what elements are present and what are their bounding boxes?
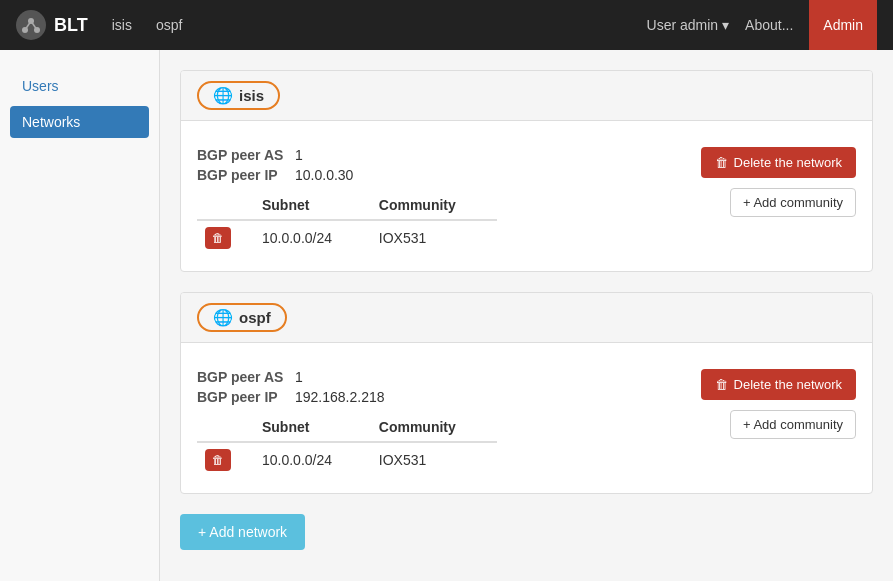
table-area-isis: BGP peer AS 1 BGP peer IP 10.0.0.30 S	[197, 147, 681, 255]
globe-icon-ospf: 🌐	[213, 308, 233, 327]
bgp-peer-as-value-isis: 1	[295, 147, 303, 163]
subnet-table-ospf: Subnet Community 🗑 10.0.0.0/24	[197, 413, 497, 477]
sidebar-item-networks[interactable]: Networks	[10, 106, 149, 138]
table-row: 🗑 10.0.0.0/24 IOX531	[197, 220, 497, 255]
sidebar: Users Networks	[0, 50, 160, 581]
network-name-isis: isis	[239, 87, 264, 104]
delete-network-label-isis: Delete the network	[734, 155, 842, 170]
globe-icon-isis: 🌐	[213, 86, 233, 105]
card-actions-isis: BGP peer AS 1 BGP peer IP 10.0.0.30 S	[197, 147, 856, 255]
row-community-isis-0: IOX531	[371, 220, 497, 255]
navbar-brand: BLT	[16, 10, 88, 40]
trash-icon-isis: 🗑	[715, 155, 728, 170]
row-subnet-ospf-0: 10.0.0.0/24	[254, 442, 371, 477]
brand-logo	[16, 10, 46, 40]
network-card-ospf: 🌐 ospf BGP peer AS 1 BGP peer IP 192.168…	[180, 292, 873, 494]
col-community-ospf: Community	[371, 413, 497, 442]
svg-line-3	[25, 21, 31, 30]
navbar-right: User admin ▾ About... Admin	[647, 0, 877, 50]
delete-network-button-isis[interactable]: 🗑 Delete the network	[701, 147, 856, 178]
subnet-table-header-ospf: Subnet Community	[197, 413, 497, 442]
delete-row-button-ospf-0[interactable]: 🗑	[205, 449, 231, 471]
card-actions-ospf: BGP peer AS 1 BGP peer IP 192.168.2.218	[197, 369, 856, 477]
nav-link-isis[interactable]: isis	[108, 17, 136, 33]
row-delete-ospf-0: 🗑	[197, 442, 254, 477]
bgp-peer-as-row-isis: BGP peer AS 1	[197, 147, 681, 163]
svg-line-4	[31, 21, 37, 30]
bgp-peer-ip-row-ospf: BGP peer IP 192.168.2.218	[197, 389, 681, 405]
col-subnet-isis: Subnet	[254, 191, 371, 220]
delete-row-button-isis-0[interactable]: 🗑	[205, 227, 231, 249]
trash-icon-ospf: 🗑	[715, 377, 728, 392]
nav-link-ospf[interactable]: ospf	[152, 17, 186, 33]
col-delete-ospf	[197, 413, 254, 442]
row-delete-isis-0: 🗑	[197, 220, 254, 255]
admin-button[interactable]: Admin	[809, 0, 877, 50]
network-title-badge-ospf: 🌐 ospf	[197, 303, 287, 332]
brand-name: BLT	[54, 15, 88, 36]
bgp-peer-ip-label-isis: BGP peer IP	[197, 167, 287, 183]
subnet-table-isis: Subnet Community 🗑 10.0.0.0/24	[197, 191, 497, 255]
bgp-peer-ip-value-ospf: 192.168.2.218	[295, 389, 385, 405]
row-community-ospf-0: IOX531	[371, 442, 497, 477]
delete-network-button-ospf[interactable]: 🗑 Delete the network	[701, 369, 856, 400]
network-title-badge-isis: 🌐 isis	[197, 81, 280, 110]
col-subnet-ospf: Subnet	[254, 413, 371, 442]
add-community-button-ospf[interactable]: + Add community	[730, 410, 856, 439]
about-link[interactable]: About...	[745, 17, 793, 33]
network-card-isis: 🌐 isis BGP peer AS 1 BGP peer IP 10.0.0.…	[180, 70, 873, 272]
bgp-peer-as-label-isis: BGP peer AS	[197, 147, 287, 163]
bgp-peer-ip-label-ospf: BGP peer IP	[197, 389, 287, 405]
table-row: 🗑 10.0.0.0/24 IOX531	[197, 442, 497, 477]
add-community-button-isis[interactable]: + Add community	[730, 188, 856, 217]
navbar-links: isis ospf	[108, 17, 647, 33]
row-subnet-isis-0: 10.0.0.0/24	[254, 220, 371, 255]
network-name-ospf: ospf	[239, 309, 271, 326]
bgp-peer-ip-row-isis: BGP peer IP 10.0.0.30	[197, 167, 681, 183]
navbar: BLT isis ospf User admin ▾ About... Admi…	[0, 0, 893, 50]
page-container: Users Networks 🌐 isis BGP peer AS 1	[0, 50, 893, 581]
bgp-peer-as-value-ospf: 1	[295, 369, 303, 385]
right-actions-ospf: 🗑 Delete the network + Add community	[681, 369, 856, 439]
network-card-body-ospf: BGP peer AS 1 BGP peer IP 192.168.2.218	[181, 343, 872, 493]
bgp-peer-ip-value-isis: 10.0.0.30	[295, 167, 353, 183]
network-card-header-isis: 🌐 isis	[181, 71, 872, 121]
add-network-button[interactable]: + Add network	[180, 514, 305, 550]
bgp-peer-as-row-ospf: BGP peer AS 1	[197, 369, 681, 385]
subnet-table-header-isis: Subnet Community	[197, 191, 497, 220]
table-area-ospf: BGP peer AS 1 BGP peer IP 192.168.2.218	[197, 369, 681, 477]
main-content: 🌐 isis BGP peer AS 1 BGP peer IP 10.0.0.…	[160, 50, 893, 581]
sidebar-item-users[interactable]: Users	[10, 70, 149, 102]
right-actions-isis: 🗑 Delete the network + Add community	[681, 147, 856, 217]
col-community-isis: Community	[371, 191, 497, 220]
network-card-header-ospf: 🌐 ospf	[181, 293, 872, 343]
user-admin-menu[interactable]: User admin ▾	[647, 17, 729, 33]
bgp-peer-as-label-ospf: BGP peer AS	[197, 369, 287, 385]
col-delete-isis	[197, 191, 254, 220]
network-card-body-isis: BGP peer AS 1 BGP peer IP 10.0.0.30 S	[181, 121, 872, 271]
delete-network-label-ospf: Delete the network	[734, 377, 842, 392]
